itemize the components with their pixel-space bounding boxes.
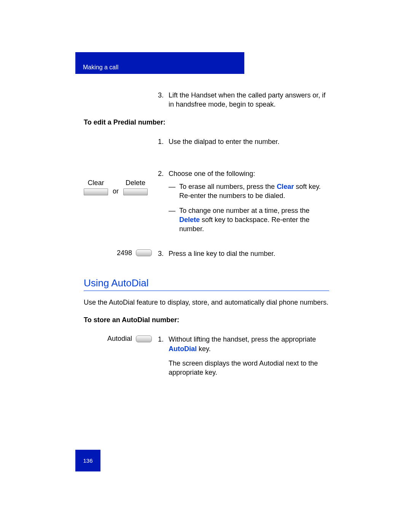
- clear-softkey-item: Clear: [84, 179, 108, 197]
- linekey-group: 2498: [84, 249, 158, 257]
- linekey-label: 2498: [117, 249, 132, 257]
- autodial-step1-text: Without lifting the handset, press the a…: [169, 335, 329, 377]
- list-number: 1.: [158, 137, 169, 146]
- list-number: 1.: [158, 335, 169, 377]
- list-text: Use the dialpad to enter the number.: [169, 137, 279, 146]
- ad1-para2: The screen displays the word Autodial ne…: [169, 359, 318, 376]
- b2-pre: To change one number at a time, press th…: [179, 207, 309, 214]
- page-content: 3. Lift the Handset when the called part…: [84, 91, 329, 380]
- ad1-pre: Without lifting the handset, press the a…: [169, 335, 316, 343]
- predial-step1-row: 1. Use the dialpad to enter the number.: [84, 137, 329, 146]
- bullet-list: — To erase all numbers, press the Clear …: [169, 182, 329, 233]
- delete-keyword: Delete: [179, 216, 200, 224]
- bullet-row: — To change one number at a time, press …: [169, 206, 329, 234]
- autodial-key-button[interactable]: [136, 335, 152, 342]
- autodial-heading: To store an AutoDial number:: [84, 316, 329, 324]
- delete-softkey-button[interactable]: [123, 189, 148, 195]
- autodial-step1-row: Autodial 1. Without lifting the handset,…: [84, 335, 329, 377]
- predial-step3-row: 2498 3. Press a line key to dial the num…: [84, 249, 329, 258]
- autodial-key-group: Autodial: [84, 335, 158, 343]
- clear-softkey-button[interactable]: [84, 189, 108, 195]
- delete-label: Delete: [123, 179, 148, 187]
- clear-label: Clear: [84, 179, 108, 187]
- header-section-title: Making a call: [83, 64, 118, 71]
- bullet-text: To erase all numbers, press the Clear so…: [179, 182, 329, 201]
- page-number: 136: [83, 457, 92, 464]
- line-key-button[interactable]: [136, 249, 152, 256]
- softkey-group: Clear or Delete: [84, 179, 158, 197]
- or-text: or: [113, 179, 119, 195]
- ad1-post: key.: [197, 345, 211, 353]
- bullet-dash: —: [169, 182, 179, 201]
- bullet-dash: —: [169, 206, 179, 234]
- list-number: 3.: [158, 91, 169, 109]
- autodial-intro: Use the AutoDial feature to display, sto…: [84, 298, 329, 307]
- list-number: 2.: [158, 169, 169, 239]
- delete-softkey-item: Delete: [123, 179, 148, 197]
- autodial-section-title: Using AutoDial: [84, 277, 329, 291]
- clear-keyword: Clear: [277, 183, 294, 190]
- step2-content: Choose one of the following: — To erase …: [169, 169, 329, 239]
- autodial-key-label: Autodial: [107, 335, 132, 343]
- bullet-text: To change one number at a time, press th…: [179, 206, 329, 234]
- list-text: Press a line key to dial the number.: [169, 249, 275, 258]
- header-bar: Making a call: [75, 52, 244, 74]
- list-text: Lift the Handset when the called party a…: [169, 91, 329, 109]
- bullet-row: — To erase all numbers, press the Clear …: [169, 182, 329, 201]
- autodial-keyword: AutoDial: [169, 345, 197, 353]
- step2-intro: Choose one of the following:: [169, 170, 255, 177]
- b1-pre: To erase all numbers, press the: [179, 183, 277, 190]
- predial-heading: To edit a Predial number:: [84, 118, 329, 126]
- list-number: 3.: [158, 249, 169, 258]
- predial-step2-row: Clear or Delete 2. Choose one of the fol…: [84, 169, 329, 239]
- footer-bar: 136: [75, 450, 100, 471]
- step-3-row: 3. Lift the Handset when the called part…: [84, 91, 329, 109]
